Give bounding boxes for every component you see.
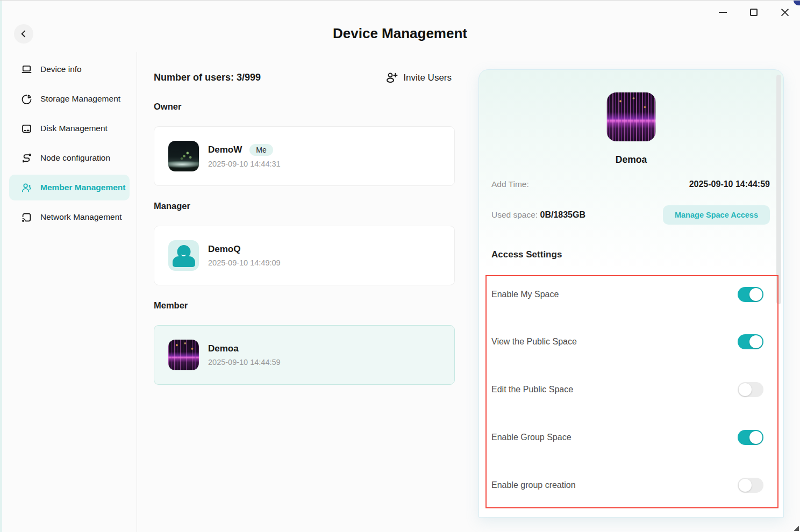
me-badge: Me — [249, 144, 273, 156]
toggle-row-enable-my-space: Enable My Space — [491, 286, 763, 303]
sidebar-item-label: Member Management — [40, 183, 125, 192]
add-time-label: Add Time: — [491, 179, 529, 189]
add-time-row: Add Time: 2025-09-10 14:44:59 — [491, 177, 770, 191]
toggle-label: View the Public Space — [491, 337, 577, 347]
member-name: Demoa — [208, 343, 239, 354]
toggle-row-edit-public-space: Edit the Public Space — [491, 382, 763, 398]
sidebar-item-label: Disk Management — [40, 124, 108, 133]
sidebar-item-label: Device info — [40, 64, 82, 74]
invite-users-button[interactable]: Invite Users — [382, 70, 455, 85]
toggle-label: Enable group creation — [491, 480, 576, 490]
toggle-label: Enable Group Space — [491, 433, 572, 442]
window-controls — [711, 1, 797, 24]
toggle-row-view-public-space: View the Public Space — [491, 334, 763, 350]
panel-scrollbar-thumb[interactable] — [776, 75, 781, 304]
users-count: Number of users: 3/999 — [154, 72, 261, 83]
member-name: DemoQ — [208, 244, 240, 255]
laptop-icon — [20, 63, 33, 76]
toggle-label: Enable My Space — [491, 290, 559, 299]
sidebar-item-label: Network Management — [40, 212, 122, 222]
sidebar-item-disk-management[interactable]: Disk Management — [9, 116, 130, 141]
disk-icon — [20, 123, 33, 135]
sidebar-item-device-info[interactable]: Device info — [9, 56, 130, 82]
sidebar-item-label: Node configuration — [40, 153, 110, 163]
toggle-row-enable-group-space: Enable Group Space — [491, 429, 763, 445]
used-space-text: Used space: 0B/1835GB — [491, 210, 585, 220]
person-body-shape — [173, 256, 195, 267]
member-row-demoa-selected[interactable]: Demoa 2025-09-10 14:44:59 — [154, 325, 455, 385]
add-time-value: 2025-09-10 14:44:59 — [689, 179, 770, 189]
person-add-icon — [385, 71, 398, 84]
member-time: 2025-09-10 14:49:09 — [208, 258, 281, 267]
avatar-demoa — [168, 340, 199, 370]
close-button[interactable] — [773, 3, 797, 21]
access-settings-title: Access Settings — [491, 249, 562, 260]
used-space-row: Used space: 0B/1835GB Manage Space Acces… — [491, 204, 770, 226]
toggle-edit-public-space[interactable] — [738, 382, 763, 397]
close-icon — [781, 8, 789, 17]
group-heading-member: Member — [154, 300, 188, 311]
toggle-enable-group-space[interactable] — [738, 430, 763, 445]
toggle-label: Edit the Public Space — [491, 385, 573, 394]
toggle-enable-my-space[interactable] — [738, 287, 763, 302]
member-info: Demoa 2025-09-10 14:44:59 — [208, 343, 281, 366]
member-detail-panel: Demoa Add Time: 2025-09-10 14:44:59 Used… — [478, 69, 784, 517]
group-heading-owner: Owner — [154, 102, 181, 112]
page-title: Device Management — [0, 25, 800, 42]
member-info: DemoQ 2025-09-10 14:49:09 — [208, 244, 281, 267]
sidebar-item-member-management[interactable]: Member Management — [9, 175, 130, 200]
device-management-window: Device Management Device info Storage Ma… — [0, 0, 800, 532]
sidebar: Device info Storage Management Disk Mana… — [0, 52, 137, 532]
minimize-button[interactable] — [711, 3, 734, 21]
group-heading-manager: Manager — [154, 201, 190, 211]
detail-member-name: Demoa — [479, 154, 783, 166]
member-row-demoq[interactable]: DemoQ 2025-09-10 14:49:09 — [154, 226, 455, 285]
network-cast-icon — [20, 211, 33, 224]
avatar-demoq — [168, 240, 199, 271]
window-resize-grip[interactable] — [793, 525, 799, 531]
detail-avatar-demoa — [607, 92, 656, 141]
manage-space-access-button[interactable]: Manage Space Access — [663, 205, 770, 225]
used-space-value: 0B/1835GB — [540, 210, 585, 219]
toggle-enable-group-creation[interactable] — [738, 478, 763, 493]
toggle-row-enable-group-creation: Enable group creation — [491, 477, 763, 493]
member-time: 2025-09-10 14:44:31 — [208, 160, 281, 168]
member-info: DemoW Me 2025-09-10 14:44:31 — [208, 144, 281, 168]
minimize-icon — [719, 12, 727, 13]
route-icon — [20, 152, 33, 164]
member-name: DemoW — [208, 145, 242, 155]
sidebar-item-label: Storage Management — [40, 94, 120, 104]
member-time: 2025-09-10 14:44:59 — [208, 358, 281, 366]
member-row-demow[interactable]: DemoW Me 2025-09-10 14:44:31 — [154, 126, 455, 186]
members-icon — [20, 182, 33, 194]
sidebar-item-node-configuration[interactable]: Node configuration — [9, 145, 130, 171]
avatar-demow — [168, 141, 199, 171]
pie-chart-icon — [20, 93, 33, 105]
maximize-icon — [750, 9, 758, 16]
maximize-button[interactable] — [742, 3, 766, 21]
sidebar-item-storage-management[interactable]: Storage Management — [9, 86, 130, 112]
used-space-label: Used space: — [491, 210, 538, 219]
invite-users-label: Invite Users — [403, 73, 452, 83]
toggle-view-public-space[interactable] — [738, 334, 763, 349]
member-list-header: Number of users: 3/999 Invite Users — [154, 70, 455, 85]
sidebar-item-network-management[interactable]: Network Management — [9, 204, 130, 230]
